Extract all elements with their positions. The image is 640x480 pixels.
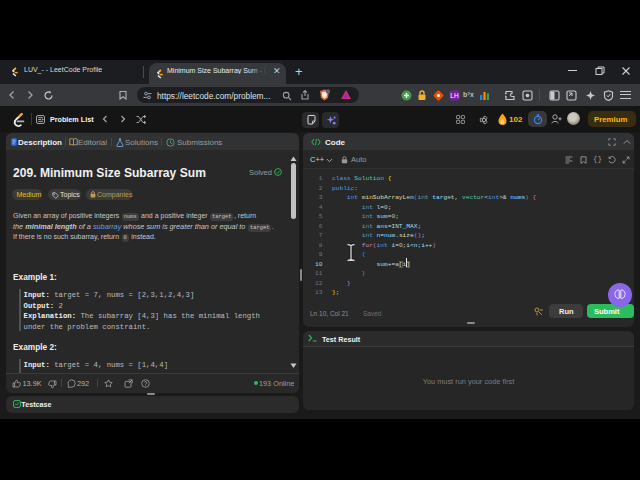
svg-text:LH: LH — [450, 92, 459, 99]
